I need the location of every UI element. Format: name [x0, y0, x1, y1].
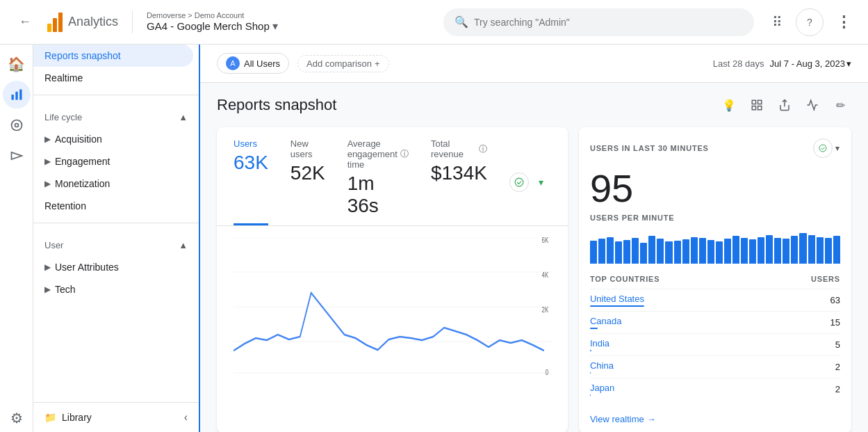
svg-rect-6 — [758, 100, 762, 104]
new-users-value: 52K — [290, 162, 325, 184]
layout: 🏠 ⚙ Reports snapshot Realtime Life cycle… — [0, 45, 868, 432]
mini-bar — [682, 239, 689, 264]
grid-button[interactable]: ⠿ — [762, 8, 790, 36]
tech-chevron: ▶ — [44, 285, 51, 294]
engagement-label: Average engagement time ⓘ — [347, 138, 409, 170]
compare-dropdown-btn[interactable]: ▾ — [532, 173, 551, 192]
sidebar-item-tech[interactable]: ▶ Tech — [33, 278, 199, 301]
header-right: Last 28 days Jul 7 - Aug 3, 2023 ▾ — [713, 58, 851, 69]
nav-settings[interactable]: ⚙ — [3, 404, 31, 432]
country-count: 2 — [835, 362, 840, 372]
revenue-info-icon[interactable]: ⓘ — [479, 143, 487, 155]
mini-bar — [607, 237, 614, 264]
top-countries-header: TOP COUNTRIES USERS — [590, 275, 840, 289]
topbar-icons: ⠿ ? ⋮ — [762, 8, 857, 36]
mini-bars-container — [579, 227, 851, 269]
mini-bar — [632, 238, 639, 264]
country-bar — [590, 372, 591, 374]
edit-button[interactable]: ✏ — [829, 94, 851, 116]
view-realtime-arrow: → — [647, 414, 656, 424]
engagement-info-icon[interactable]: ⓘ — [400, 148, 409, 160]
mini-bar — [665, 241, 672, 264]
lifecycle-collapse-icon[interactable]: ▲ — [179, 112, 188, 122]
realtime-dropdown-icon[interactable]: ▾ — [835, 144, 840, 153]
mini-bar — [623, 240, 630, 264]
compare-icons: ▾ — [509, 138, 551, 225]
share-button[interactable] — [773, 94, 796, 116]
country-bar — [590, 394, 591, 396]
logo-bar-1 — [47, 24, 51, 32]
date-chevron: ▾ — [846, 58, 851, 69]
sidebar-item-realtime[interactable]: Realtime — [33, 67, 193, 89]
add-comparison-btn[interactable]: Add comparison + — [297, 55, 389, 72]
user-chip[interactable]: A All Users — [217, 53, 289, 74]
top-countries: TOP COUNTRIES USERS United States63Canad… — [579, 269, 851, 406]
country-name[interactable]: China — [590, 360, 614, 374]
mini-bar — [766, 235, 773, 264]
mini-bar — [774, 238, 781, 264]
user-collapse-icon[interactable]: ▲ — [179, 240, 188, 250]
country-name[interactable]: Canada — [590, 316, 622, 329]
lightbulb-button[interactable]: 💡 — [718, 94, 740, 116]
country-name[interactable]: India — [590, 338, 609, 351]
main-content: A All Users Add comparison + Last 28 day… — [200, 45, 868, 432]
svg-rect-0 — [11, 95, 13, 100]
svg-point-9 — [515, 178, 523, 186]
sidebar-item-engagement[interactable]: ▶ Engagement — [33, 150, 199, 173]
mini-bar — [758, 237, 764, 264]
nav-reports[interactable] — [3, 81, 31, 109]
back-button[interactable]: ← — [11, 8, 39, 36]
nav-advertising[interactable] — [3, 142, 31, 170]
sidebar-item-user-attributes[interactable]: ▶ User Attributes — [33, 256, 199, 278]
customize-button[interactable] — [746, 94, 768, 116]
metric-users[interactable]: Users 63K — [234, 138, 268, 225]
users-label: Users — [234, 138, 268, 149]
cards-row: Users 63K New users 52K Average engageme… — [217, 127, 851, 432]
user-avatar: A — [226, 56, 240, 70]
metric-new-users[interactable]: New users 52K — [290, 138, 325, 225]
header-left: A All Users Add comparison + — [217, 53, 389, 74]
sidebar-reports-snapshot-label: Reports snapshot — [44, 50, 121, 61]
monetization-chevron: ▶ — [44, 179, 51, 189]
nav-explore[interactable] — [3, 111, 31, 139]
sidebar-collapse-btn[interactable]: ‹ — [184, 411, 188, 424]
metric-engagement[interactable]: Average engagement time ⓘ 1m 36s — [347, 138, 409, 225]
mini-bar — [808, 235, 815, 264]
mini-bar — [648, 236, 655, 264]
mini-bar — [707, 240, 714, 264]
users-value: 63K — [234, 152, 268, 174]
trend-button[interactable] — [801, 94, 824, 116]
help-button[interactable]: ? — [796, 8, 824, 36]
mini-bar — [657, 239, 664, 264]
sidebar-item-reports-snapshot[interactable]: Reports snapshot — [33, 45, 193, 67]
country-name[interactable]: Japan — [590, 383, 614, 396]
mini-bar — [640, 243, 647, 264]
country-count: 2 — [835, 384, 840, 394]
realtime-check-btn[interactable] — [813, 138, 833, 158]
realtime-compare-icons: ▾ — [813, 138, 840, 158]
svg-rect-7 — [752, 106, 755, 110]
mini-bar — [590, 241, 597, 264]
date-range[interactable]: Jul 7 - Aug 3, 2023 ▾ — [770, 58, 851, 69]
sidebar-item-acquisition[interactable]: ▶ Acquisition — [33, 128, 199, 150]
retention-label: Retention — [44, 200, 86, 211]
sidebar-item-monetization[interactable]: ▶ Monetization — [33, 173, 199, 195]
search-bar[interactable]: 🔍 — [443, 8, 754, 36]
sidebar-item-retention[interactable]: Retention — [33, 195, 193, 217]
mini-bar — [674, 241, 681, 264]
last-days-label: Last 28 days — [713, 58, 764, 69]
more-button[interactable]: ⋮ — [829, 8, 857, 36]
logo-bar-2 — [53, 18, 57, 32]
country-name[interactable]: United States — [590, 294, 644, 307]
country-rows: United States63Canada15India5China2Japan… — [590, 289, 840, 400]
mini-bar — [825, 238, 832, 264]
sidebar-library[interactable]: 📁 Library ‹ — [33, 402, 199, 432]
compare-check-btn[interactable] — [509, 173, 529, 192]
view-realtime-link[interactable]: View realtime → — [579, 406, 851, 432]
mini-bar — [817, 237, 824, 264]
account-breadcrumb: Demoverse > Demo Account — [147, 11, 435, 19]
nav-home[interactable]: 🏠 — [3, 50, 31, 78]
search-input[interactable] — [474, 17, 743, 28]
metric-revenue[interactable]: Total revenue ⓘ $134K — [431, 138, 487, 225]
account-selector[interactable]: Demoverse > Demo Account GA4 - Google Me… — [147, 11, 435, 33]
